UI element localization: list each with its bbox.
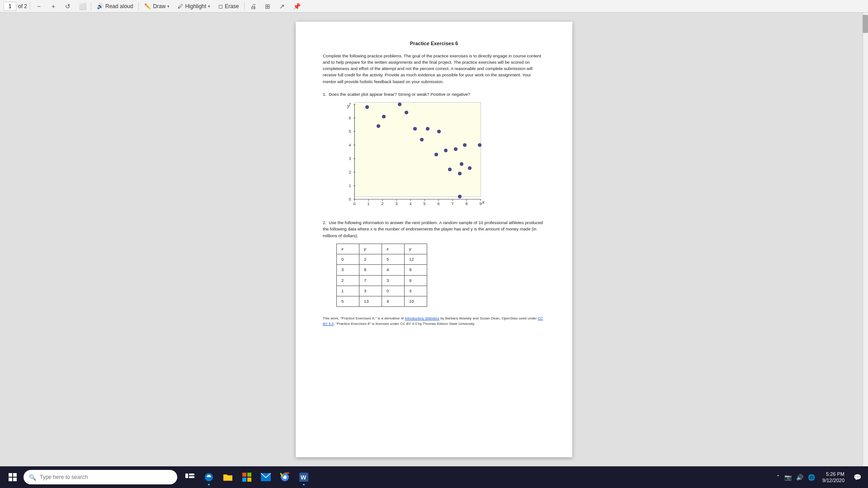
scrollbar-track[interactable] — [863, 13, 868, 466]
draw-button[interactable]: ✏️ Draw ▾ — [142, 1, 172, 12]
table-cell: 12 — [405, 254, 427, 265]
table-cell: 4 — [382, 265, 405, 275]
taskbar-clock[interactable]: 5:26 PM 9/12/2020 — [819, 471, 848, 484]
svg-text:6: 6 — [437, 202, 439, 206]
pdf-page: Practice Exercises 6 Complete the follow… — [296, 22, 572, 457]
edge-browser-button[interactable] — [200, 468, 218, 486]
scatter-point — [460, 162, 463, 166]
data-table: x y x y 02512384927391303513410 — [336, 244, 427, 307]
draw-icon: ✏️ — [144, 3, 151, 9]
question-2: 2. Use the following information to answ… — [323, 220, 545, 307]
svg-text:6: 6 — [349, 116, 351, 120]
scatter-point — [458, 172, 462, 175]
svg-text:W: W — [301, 474, 307, 481]
scatter-point — [478, 143, 481, 147]
mail-button[interactable] — [257, 468, 275, 486]
table-header-x1: x — [337, 244, 359, 254]
notification-button[interactable]: 💬 — [850, 468, 864, 486]
svg-rect-50 — [247, 478, 251, 482]
table-row: 02512 — [337, 254, 427, 265]
highlight-icon: 🖊 — [178, 3, 183, 9]
scatter-point — [405, 111, 408, 114]
chrome-button[interactable] — [276, 468, 294, 486]
table-row: 1303 — [337, 286, 427, 296]
toolbar: of 2 − + ↺ ⬜ 🔊 Read aloud ✏️ Draw ▾ 🖊 Hi… — [0, 0, 868, 13]
q1-label: 1. Does the scatter plot appear linear? … — [323, 91, 545, 98]
tray-arrow-icon[interactable]: ˄ — [775, 468, 782, 486]
highlight-button[interactable]: 🖊 Highlight ▾ — [175, 1, 213, 12]
taskbar-search-box[interactable]: 🔍 — [24, 470, 177, 484]
separator-3 — [138, 2, 139, 10]
svg-text:2: 2 — [381, 202, 383, 206]
svg-rect-45 — [189, 474, 194, 475]
erase-button[interactable]: ◻ Erase — [216, 1, 241, 12]
table-cell: 1 — [337, 286, 359, 296]
pin-button[interactable]: 📌 — [291, 1, 302, 12]
scatter-point — [420, 138, 424, 141]
view-button[interactable]: ⊞ — [262, 1, 274, 12]
separator-2 — [91, 2, 91, 10]
camera-icon[interactable]: 📷 — [783, 468, 793, 486]
network-icon[interactable]: 🌐 — [806, 468, 817, 486]
zoom-in-button[interactable]: + — [47, 1, 59, 12]
task-view-button[interactable] — [181, 468, 199, 486]
svg-text:3: 3 — [349, 156, 351, 161]
draw-label: Draw — [153, 3, 165, 9]
main-content-area: Practice Exercises 6 Complete the follow… — [0, 13, 868, 466]
table-cell: 2 — [337, 275, 359, 286]
table-header-x2: x — [382, 244, 405, 254]
scatter-point — [377, 124, 380, 128]
svg-text:1: 1 — [349, 183, 351, 188]
page-title: Practice Exercises 6 — [323, 40, 545, 47]
scatter-chart: y x 0 1 — [341, 102, 486, 211]
clock-time: 5:26 PM — [822, 471, 844, 477]
question-1: 1. Does the scatter plot appear linear? … — [323, 91, 545, 211]
table-row: 513410 — [337, 296, 427, 307]
word-button[interactable]: W — [295, 468, 313, 486]
scatter-point — [463, 143, 467, 147]
page-total-label: of 2 — [18, 3, 27, 9]
svg-rect-49 — [242, 478, 246, 482]
share-button[interactable]: ↗ — [276, 1, 288, 12]
table-cell: 9 — [405, 275, 427, 286]
rotate-button[interactable]: ↺ — [62, 1, 74, 12]
table-cell: 3 — [382, 275, 405, 286]
intro-text: Complete the following practice problems… — [323, 53, 545, 85]
scatter-point — [426, 127, 429, 131]
fit-page-button[interactable]: ⬜ — [76, 1, 88, 12]
citation-link-1[interactable]: Introductory Statistics — [405, 316, 439, 320]
taskbar: 🔍 — [0, 466, 868, 488]
scatter-point — [434, 153, 438, 156]
svg-rect-43 — [13, 478, 17, 481]
scatter-point — [468, 166, 472, 170]
svg-text:0: 0 — [353, 202, 355, 206]
zoom-out-button[interactable]: − — [33, 1, 45, 12]
search-input[interactable] — [40, 474, 157, 480]
file-explorer-button[interactable] — [219, 468, 237, 486]
table-cell: 13 — [359, 296, 382, 307]
scrollbar-thumb[interactable] — [863, 15, 868, 33]
table-cell: 0 — [382, 286, 405, 296]
print-button[interactable]: 🖨 — [247, 1, 259, 12]
read-aloud-button[interactable]: 🔊 Read aloud — [94, 1, 136, 12]
scatter-point — [454, 147, 458, 151]
table-cell: 5 — [382, 254, 405, 265]
table-row: 3849 — [337, 265, 427, 275]
svg-rect-44 — [185, 474, 188, 478]
table-cell: 9 — [405, 265, 427, 275]
page-number-input[interactable] — [4, 2, 16, 11]
svg-text:8: 8 — [465, 202, 467, 206]
scatter-point — [398, 103, 401, 106]
scatter-point — [448, 168, 452, 171]
table-cell: 3 — [359, 286, 382, 296]
volume-icon[interactable]: 🔊 — [794, 468, 805, 486]
svg-text:2: 2 — [349, 170, 351, 174]
q2-label: 2. Use the following information to answ… — [323, 220, 545, 239]
svg-text:7: 7 — [349, 102, 351, 107]
page-info: of 2 — [4, 2, 27, 11]
svg-text:x: x — [481, 199, 485, 205]
start-button[interactable] — [4, 468, 22, 486]
scatter-point — [413, 127, 417, 131]
svg-text:4: 4 — [349, 143, 351, 147]
store-button[interactable] — [238, 468, 256, 486]
